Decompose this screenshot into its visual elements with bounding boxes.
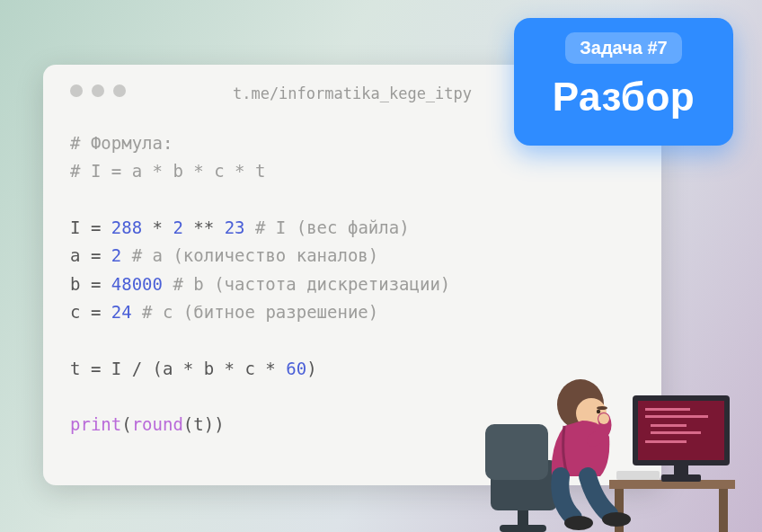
code-line: a = 2 # a (количество каналов) (70, 242, 634, 270)
svg-rect-16 (616, 471, 660, 480)
number: 60 (286, 359, 306, 378)
character-illustration (474, 325, 735, 532)
function: round (132, 414, 183, 434)
var: I (70, 217, 80, 237)
number: 288 (111, 217, 142, 237)
svg-rect-13 (651, 424, 687, 427)
number: 48000 (111, 274, 163, 294)
code-line: # I = a * b * c * t (70, 157, 634, 185)
svg-rect-1 (485, 424, 548, 480)
svg-rect-15 (645, 440, 687, 443)
svg-rect-6 (719, 489, 728, 532)
svg-point-23 (602, 512, 631, 527)
blank-line (70, 186, 634, 214)
code-line: I = 288 * 2 ** 23 # I (вес файла) (70, 214, 634, 242)
var: a (70, 245, 80, 265)
svg-point-19 (597, 410, 600, 413)
comment: # a (количество каналов) (121, 245, 378, 265)
number: 23 (225, 217, 245, 237)
comment: # Формула: (70, 133, 173, 153)
badge-subtitle: Задача #7 (565, 32, 682, 64)
comment: # I (вес файла) (245, 217, 410, 237)
svg-rect-11 (645, 408, 690, 411)
svg-point-21 (598, 413, 609, 424)
function: print (70, 414, 121, 434)
svg-rect-14 (651, 431, 701, 434)
number: 24 (111, 302, 132, 322)
number: 2 (173, 217, 182, 237)
number: 2 (111, 245, 121, 265)
code-line: b = 48000 # b (частота дискретизации) (70, 270, 634, 298)
svg-point-22 (564, 516, 593, 530)
badge-title: Разбор (523, 75, 724, 120)
comment: # I = a * b * c * t (70, 161, 265, 181)
comment: # c (битное разрешение) (132, 302, 379, 322)
svg-rect-10 (661, 474, 701, 482)
var: t (70, 359, 80, 378)
svg-rect-3 (500, 525, 546, 532)
var: c (70, 302, 80, 322)
var: b (70, 274, 80, 294)
code-line: c = 24 # c (битное разрешение) (70, 298, 634, 326)
comment: # b (частота дискретизации) (163, 274, 450, 294)
svg-rect-12 (645, 415, 708, 418)
task-badge: Задача #7 Разбор (514, 18, 733, 146)
svg-point-20 (597, 406, 607, 410)
